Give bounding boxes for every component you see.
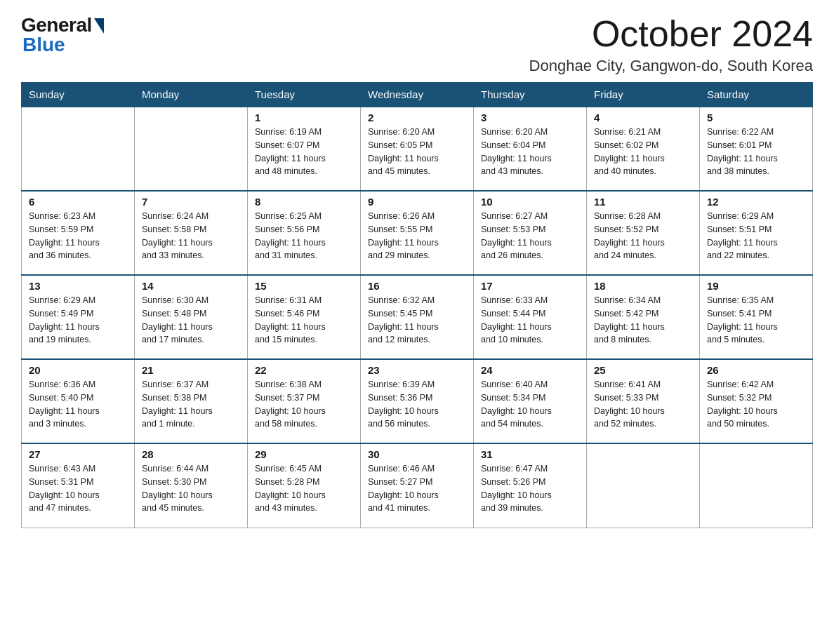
day-info: Sunrise: 6:31 AMSunset: 5:46 PMDaylight:…: [255, 294, 353, 347]
calendar-week-4: 20Sunrise: 6:36 AMSunset: 5:40 PMDayligh…: [22, 359, 813, 443]
calendar-table: SundayMondayTuesdayWednesdayThursdayFrid…: [21, 82, 813, 528]
calendar-cell: 5Sunrise: 6:22 AMSunset: 6:01 PMDaylight…: [700, 107, 813, 191]
calendar-cell: 24Sunrise: 6:40 AMSunset: 5:34 PMDayligh…: [474, 359, 587, 443]
calendar-header-row: SundayMondayTuesdayWednesdayThursdayFrid…: [22, 83, 813, 107]
day-info: Sunrise: 6:41 AMSunset: 5:33 PMDaylight:…: [594, 378, 692, 431]
day-info: Sunrise: 6:43 AMSunset: 5:31 PMDaylight:…: [29, 462, 127, 515]
calendar-header-friday: Friday: [587, 83, 700, 107]
day-info: Sunrise: 6:39 AMSunset: 5:36 PMDaylight:…: [368, 378, 466, 431]
day-number: 16: [368, 280, 466, 292]
calendar-cell: 20Sunrise: 6:36 AMSunset: 5:40 PMDayligh…: [22, 359, 135, 443]
day-number: 29: [255, 448, 353, 460]
day-number: 14: [142, 280, 240, 292]
day-info: Sunrise: 6:26 AMSunset: 5:55 PMDaylight:…: [368, 210, 466, 262]
calendar-cell: 1Sunrise: 6:19 AMSunset: 6:07 PMDaylight…: [248, 107, 361, 191]
calendar-cell: 23Sunrise: 6:39 AMSunset: 5:36 PMDayligh…: [361, 359, 474, 443]
calendar-cell: 4Sunrise: 6:21 AMSunset: 6:02 PMDaylight…: [587, 107, 700, 191]
day-info: Sunrise: 6:23 AMSunset: 5:59 PMDaylight:…: [29, 210, 127, 262]
calendar-cell: 17Sunrise: 6:33 AMSunset: 5:44 PMDayligh…: [474, 275, 587, 359]
day-info: Sunrise: 6:29 AMSunset: 5:49 PMDaylight:…: [29, 294, 127, 347]
day-info: Sunrise: 6:22 AMSunset: 6:01 PMDaylight:…: [707, 126, 805, 178]
calendar-header-monday: Monday: [135, 83, 248, 107]
calendar-cell: 11Sunrise: 6:28 AMSunset: 5:52 PMDayligh…: [587, 191, 700, 275]
day-info: Sunrise: 6:40 AMSunset: 5:34 PMDaylight:…: [481, 378, 579, 431]
day-number: 2: [368, 112, 466, 123]
day-info: Sunrise: 6:27 AMSunset: 5:53 PMDaylight:…: [481, 210, 579, 262]
calendar-cell: 10Sunrise: 6:27 AMSunset: 5:53 PMDayligh…: [474, 191, 587, 275]
day-number: 18: [594, 280, 692, 292]
calendar-header-sunday: Sunday: [22, 83, 135, 107]
day-number: 1: [255, 112, 353, 123]
day-info: Sunrise: 6:21 AMSunset: 6:02 PMDaylight:…: [594, 126, 692, 178]
day-info: Sunrise: 6:19 AMSunset: 6:07 PMDaylight:…: [255, 126, 353, 178]
day-info: Sunrise: 6:24 AMSunset: 5:58 PMDaylight:…: [142, 210, 240, 262]
calendar-cell: 7Sunrise: 6:24 AMSunset: 5:58 PMDaylight…: [135, 191, 248, 275]
day-number: 22: [255, 364, 353, 376]
day-info: Sunrise: 6:34 AMSunset: 5:42 PMDaylight:…: [594, 294, 692, 347]
logo-triangle-icon: [94, 18, 104, 34]
day-number: 3: [481, 112, 579, 123]
day-number: 7: [142, 196, 240, 208]
calendar-week-3: 13Sunrise: 6:29 AMSunset: 5:49 PMDayligh…: [22, 275, 813, 359]
calendar-cell: 22Sunrise: 6:38 AMSunset: 5:37 PMDayligh…: [248, 359, 361, 443]
calendar-cell: [700, 443, 813, 528]
day-number: 15: [255, 280, 353, 292]
calendar-cell: 6Sunrise: 6:23 AMSunset: 5:59 PMDaylight…: [22, 191, 135, 275]
calendar-cell: 12Sunrise: 6:29 AMSunset: 5:51 PMDayligh…: [700, 191, 813, 275]
day-info: Sunrise: 6:38 AMSunset: 5:37 PMDaylight:…: [255, 378, 353, 431]
day-info: Sunrise: 6:29 AMSunset: 5:51 PMDaylight:…: [707, 210, 805, 262]
calendar-cell: [22, 107, 135, 191]
calendar-cell: 29Sunrise: 6:45 AMSunset: 5:28 PMDayligh…: [248, 443, 361, 528]
day-info: Sunrise: 6:20 AMSunset: 6:05 PMDaylight:…: [368, 126, 466, 178]
logo: General Blue: [21, 14, 104, 56]
day-info: Sunrise: 6:20 AMSunset: 6:04 PMDaylight:…: [481, 126, 579, 178]
calendar-cell: 30Sunrise: 6:46 AMSunset: 5:27 PMDayligh…: [361, 443, 474, 528]
calendar-week-2: 6Sunrise: 6:23 AMSunset: 5:59 PMDaylight…: [22, 191, 813, 275]
calendar-cell: [135, 107, 248, 191]
logo-blue-text: Blue: [22, 34, 65, 56]
calendar-cell: 18Sunrise: 6:34 AMSunset: 5:42 PMDayligh…: [587, 275, 700, 359]
day-number: 10: [481, 196, 579, 208]
day-info: Sunrise: 6:35 AMSunset: 5:41 PMDaylight:…: [707, 294, 805, 347]
day-info: Sunrise: 6:44 AMSunset: 5:30 PMDaylight:…: [142, 462, 240, 515]
day-number: 4: [594, 112, 692, 123]
month-title: October 2024: [529, 14, 813, 54]
day-number: 28: [142, 448, 240, 460]
calendar-cell: 3Sunrise: 6:20 AMSunset: 6:04 PMDaylight…: [474, 107, 587, 191]
calendar-cell: 14Sunrise: 6:30 AMSunset: 5:48 PMDayligh…: [135, 275, 248, 359]
day-number: 31: [481, 448, 579, 460]
day-number: 23: [368, 364, 466, 376]
calendar-cell: 31Sunrise: 6:47 AMSunset: 5:26 PMDayligh…: [474, 443, 587, 528]
calendar-cell: 2Sunrise: 6:20 AMSunset: 6:05 PMDaylight…: [361, 107, 474, 191]
day-number: 9: [368, 196, 466, 208]
day-info: Sunrise: 6:47 AMSunset: 5:26 PMDaylight:…: [481, 462, 579, 515]
calendar-week-5: 27Sunrise: 6:43 AMSunset: 5:31 PMDayligh…: [22, 443, 813, 528]
day-number: 12: [707, 196, 805, 208]
day-number: 20: [29, 364, 127, 376]
day-info: Sunrise: 6:30 AMSunset: 5:48 PMDaylight:…: [142, 294, 240, 347]
day-number: 25: [594, 364, 692, 376]
calendar-cell: 19Sunrise: 6:35 AMSunset: 5:41 PMDayligh…: [700, 275, 813, 359]
day-info: Sunrise: 6:37 AMSunset: 5:38 PMDaylight:…: [142, 378, 240, 431]
day-info: Sunrise: 6:33 AMSunset: 5:44 PMDaylight:…: [481, 294, 579, 347]
calendar-header-tuesday: Tuesday: [248, 83, 361, 107]
calendar-cell: 25Sunrise: 6:41 AMSunset: 5:33 PMDayligh…: [587, 359, 700, 443]
day-info: Sunrise: 6:46 AMSunset: 5:27 PMDaylight:…: [368, 462, 466, 515]
calendar-cell: 16Sunrise: 6:32 AMSunset: 5:45 PMDayligh…: [361, 275, 474, 359]
calendar-header-wednesday: Wednesday: [361, 83, 474, 107]
day-number: 11: [594, 196, 692, 208]
calendar-cell: 9Sunrise: 6:26 AMSunset: 5:55 PMDaylight…: [361, 191, 474, 275]
day-number: 27: [29, 448, 127, 460]
day-number: 24: [481, 364, 579, 376]
day-info: Sunrise: 6:28 AMSunset: 5:52 PMDaylight:…: [594, 210, 692, 262]
calendar-cell: [587, 443, 700, 528]
calendar-cell: 28Sunrise: 6:44 AMSunset: 5:30 PMDayligh…: [135, 443, 248, 528]
title-block: October 2024 Donghae City, Gangwon-do, S…: [529, 14, 813, 75]
day-number: 13: [29, 280, 127, 292]
day-number: 26: [707, 364, 805, 376]
day-number: 30: [368, 448, 466, 460]
location-subtitle: Donghae City, Gangwon-do, South Korea: [529, 57, 813, 75]
day-number: 8: [255, 196, 353, 208]
calendar-cell: 21Sunrise: 6:37 AMSunset: 5:38 PMDayligh…: [135, 359, 248, 443]
calendar-cell: 26Sunrise: 6:42 AMSunset: 5:32 PMDayligh…: [700, 359, 813, 443]
